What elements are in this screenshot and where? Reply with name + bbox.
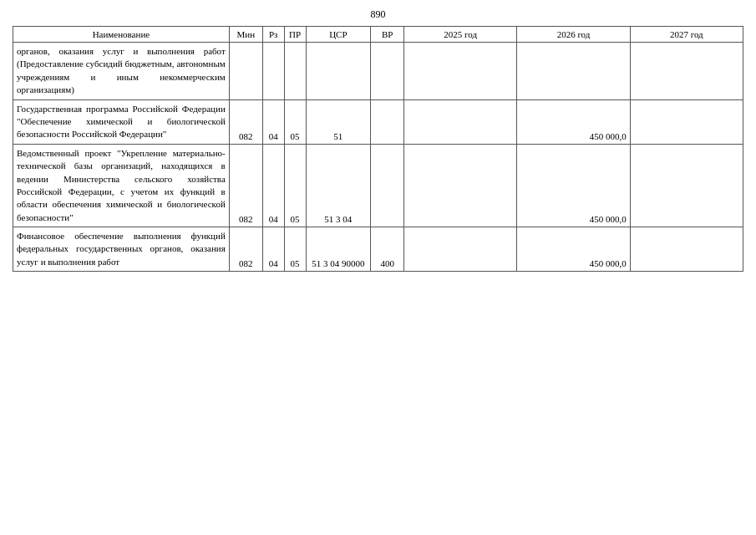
row4-vr: 400 — [371, 227, 404, 272]
row4-pr: 05 — [284, 227, 306, 272]
row3-csr: 51 3 04 — [306, 144, 371, 227]
row2-pr: 05 — [284, 99, 306, 144]
row2-min: 082 — [229, 99, 262, 144]
row1-vr — [371, 43, 404, 100]
header-row: Наименование Мин Рз ПР ЦСР ВР 2025 год 2… — [13, 27, 743, 43]
row2-val2026: 450 000,0 — [517, 99, 630, 144]
header-2025: 2025 год — [404, 27, 517, 43]
row4-rz: 04 — [262, 227, 284, 272]
header-min: Мин — [229, 27, 262, 43]
row1-name: органов, оказания услуг и выполнения раб… — [13, 43, 230, 100]
header-csr: ЦСР — [306, 27, 371, 43]
row3-min: 082 — [229, 144, 262, 227]
row4-val2026: 450 000,0 — [517, 227, 630, 272]
row4-val2027 — [630, 227, 743, 272]
row1-pr — [284, 43, 306, 100]
row4-name: Финансовое обеспечение выполнения функци… — [13, 227, 230, 272]
row3-vr — [371, 144, 404, 227]
row1-rz — [262, 43, 284, 100]
row3-rz: 04 — [262, 144, 284, 227]
row1-val2026 — [517, 43, 630, 100]
header-pr: ПР — [284, 27, 306, 43]
row2-vr — [371, 99, 404, 144]
row1-val2027 — [630, 43, 743, 100]
row1-csr — [306, 43, 371, 100]
row2-val2027 — [630, 99, 743, 144]
budget-table: Наименование Мин Рз ПР ЦСР ВР 2025 год 2… — [13, 26, 743, 272]
row4-min: 082 — [229, 227, 262, 272]
row2-name: Государственная программа Российской Фед… — [13, 99, 230, 144]
row3-val2026: 450 000,0 — [517, 144, 630, 227]
page: 890 Наименование Мин Рз ПР ЦСР ВР 2025 г… — [0, 0, 756, 535]
table-row: Финансовое обеспечение выполнения функци… — [13, 227, 743, 272]
row3-pr: 05 — [284, 144, 306, 227]
page-number: 890 — [13, 8, 743, 21]
table-row: Ведомственный проект "Укрепление материа… — [13, 144, 743, 227]
row4-csr: 51 3 04 90000 — [306, 227, 371, 272]
row2-val2025 — [404, 99, 517, 144]
row3-name: Ведомственный проект "Укрепление материа… — [13, 144, 230, 227]
header-vr: ВР — [371, 27, 404, 43]
row3-val2027 — [630, 144, 743, 227]
header-name: Наименование — [13, 27, 230, 43]
header-2026: 2026 год — [517, 27, 630, 43]
header-2027: 2027 год — [630, 27, 743, 43]
table-row: Государственная программа Российской Фед… — [13, 99, 743, 144]
table-row: органов, оказания услуг и выполнения раб… — [13, 43, 743, 100]
row2-csr: 51 — [306, 99, 371, 144]
row4-val2025 — [404, 227, 517, 272]
header-rz: Рз — [262, 27, 284, 43]
row2-rz: 04 — [262, 99, 284, 144]
row1-min — [229, 43, 262, 100]
row3-val2025 — [404, 144, 517, 227]
row1-val2025 — [404, 43, 517, 100]
